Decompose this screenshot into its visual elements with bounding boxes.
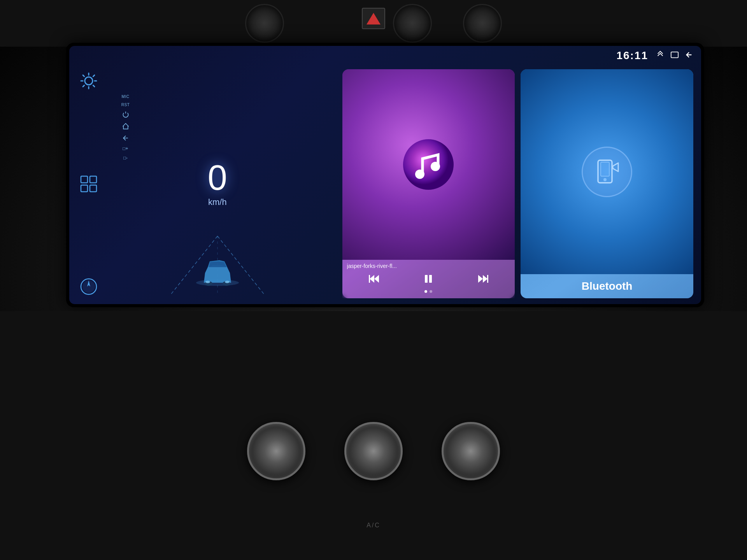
svg-point-29 [603, 178, 607, 181]
svg-point-15 [225, 281, 230, 283]
left-sidebar [75, 67, 102, 300]
mic-label: MIC [122, 94, 130, 99]
album-art [342, 69, 515, 260]
speed-unit: km/h [208, 197, 227, 207]
knob-left[interactable] [247, 422, 305, 480]
lane-visual [159, 217, 276, 294]
knob-right[interactable] [442, 422, 500, 480]
status-icons [656, 51, 693, 61]
content-area: 0 km/h [69, 65, 701, 304]
hazard-button[interactable] [362, 8, 385, 29]
svg-point-14 [205, 281, 210, 283]
navigation-icon[interactable] [79, 277, 98, 296]
right-cards: jasper-forks-river-fl... [342, 69, 693, 298]
power-button[interactable] [120, 111, 132, 119]
top-vent-left [245, 4, 284, 43]
dot-2 [430, 290, 432, 293]
hazard-icon [366, 13, 381, 24]
bluetooth-icon-circle [582, 147, 632, 197]
home-button[interactable] [120, 122, 132, 130]
svg-marker-20 [374, 275, 379, 283]
svg-marker-24 [483, 275, 487, 283]
main-screen: 16:11 [69, 46, 701, 304]
speedometer-area: 0 km/h [100, 69, 335, 298]
svg-rect-4 [81, 185, 88, 192]
back-arrow-icon[interactable] [685, 51, 693, 61]
svg-point-1 [85, 77, 93, 85]
top-vent-right [463, 4, 502, 43]
status-bar: 16:11 [69, 46, 701, 65]
recent-apps-icon[interactable] [670, 51, 679, 61]
svg-marker-25 [478, 275, 483, 283]
bluetooth-icon-area [521, 69, 693, 274]
vol-down-button[interactable]: □- [120, 155, 132, 161]
song-title: jasper-forks-river-fl... [347, 263, 510, 269]
rst-label: RST [121, 103, 130, 107]
dot-1 [424, 290, 427, 293]
top-vents-area [0, 0, 747, 47]
music-controls[interactable] [347, 272, 510, 288]
svg-rect-22 [425, 275, 428, 283]
vol-up-button[interactable]: □+ [120, 146, 132, 151]
svg-point-17 [415, 170, 424, 179]
svg-rect-26 [487, 275, 488, 283]
back-button[interactable] [120, 134, 132, 142]
side-buttons-panel: MIC RST □+ □- [115, 89, 136, 100]
svg-rect-21 [369, 275, 370, 283]
settings-icon[interactable] [79, 71, 98, 91]
bluetooth-label-bar: Bluetooth [521, 274, 693, 298]
svg-rect-0 [671, 52, 678, 58]
svg-rect-23 [429, 275, 432, 283]
prev-button[interactable] [369, 274, 380, 286]
svg-marker-19 [370, 275, 374, 283]
top-vent-center [393, 4, 432, 43]
pause-button[interactable] [424, 274, 433, 286]
music-info-bar: jasper-forks-river-fl... [342, 260, 515, 298]
svg-rect-3 [90, 176, 96, 183]
music-card[interactable]: jasper-forks-river-fl... [342, 69, 515, 298]
dots-indicator [347, 288, 510, 295]
chevron-double-up-icon [656, 51, 665, 61]
next-button[interactable] [477, 274, 488, 286]
speed-value: 0 [208, 160, 227, 195]
knob-center[interactable] [344, 422, 403, 480]
svg-rect-28 [601, 162, 609, 176]
bottom-dash: A/C [0, 311, 747, 560]
bluetooth-card[interactable]: Bluetooth [521, 69, 693, 298]
ac-label: A/C [366, 522, 381, 529]
bluetooth-label: Bluetooth [582, 280, 633, 292]
svg-point-18 [431, 162, 440, 171]
screen-bezel: MIC RST □+ □- 16:11 [66, 43, 704, 307]
svg-rect-5 [90, 185, 96, 192]
car-interior: MIC RST □+ □- 16:11 [0, 0, 747, 560]
svg-point-16 [403, 139, 454, 190]
svg-rect-2 [81, 176, 88, 183]
grid-icon[interactable] [79, 174, 98, 194]
time-display: 16:11 [616, 49, 648, 62]
